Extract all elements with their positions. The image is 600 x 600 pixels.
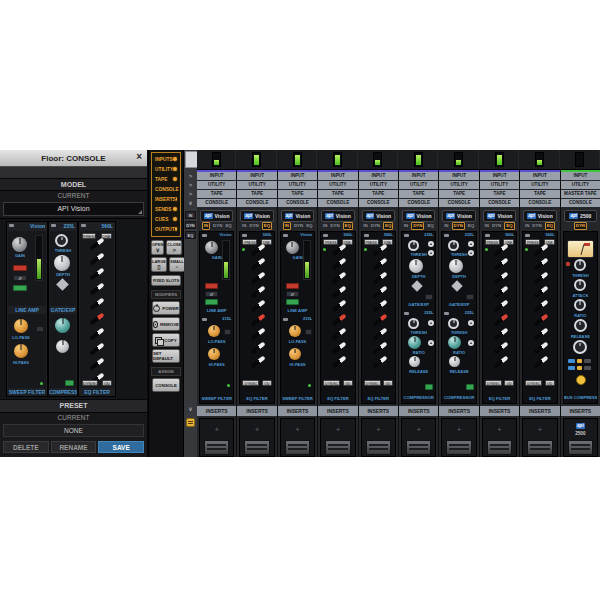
depth-knob[interactable] [54, 255, 70, 271]
eq-band-slider[interactable] [493, 355, 508, 368]
ratio-knob[interactable] [408, 336, 421, 349]
modifier-copy-button[interactable]: COPY [152, 333, 180, 347]
section-header-utility[interactable]: UTILITY [520, 181, 559, 189]
modifier-power-button[interactable]: POWER [152, 301, 180, 315]
toggle-dyn[interactable]: DYN [250, 223, 259, 229]
collapse-arrow-utility[interactable]: > [184, 181, 197, 190]
toggle-in[interactable]: IN [283, 222, 291, 230]
rail-slot-dyn[interactable]: DYN [185, 221, 196, 229]
eq-band-slider[interactable] [89, 297, 104, 310]
add-insert-button[interactable]: + [483, 426, 516, 433]
eq-band-slider[interactable] [534, 271, 549, 284]
inserts-header[interactable]: INSERTS [520, 406, 559, 416]
modifier-set-default-button[interactable]: SET DEFAULT [152, 349, 180, 363]
mix-knob[interactable] [573, 340, 587, 354]
attack-knob[interactable] [56, 340, 69, 353]
ratio-knob[interactable] [574, 299, 586, 311]
toggle-dyn[interactable]: DYN [371, 223, 380, 229]
insert-slot-inner[interactable]: + [482, 418, 517, 457]
toggle-in[interactable]: IN [202, 222, 210, 230]
insert-hardware-thumbnail[interactable] [527, 440, 552, 455]
toggle-eq[interactable]: EQ [262, 222, 272, 230]
add-insert-button[interactable]: + [402, 426, 435, 433]
section-header-utility[interactable]: UTILITY [197, 181, 236, 189]
comp-in-button[interactable] [466, 384, 474, 390]
section-header-utility[interactable]: UTILITY [278, 181, 317, 189]
inserts-header[interactable]: INSERTS [278, 406, 317, 416]
eq-press-button[interactable]: PRESS [82, 233, 96, 239]
eq-band-slider[interactable] [534, 285, 549, 298]
eq-band-slider[interactable] [493, 313, 508, 326]
attack-knob[interactable] [409, 356, 420, 367]
section-header-console[interactable]: CONSOLE [439, 199, 478, 207]
gain-knob[interactable] [12, 237, 27, 252]
insert-slot-inner[interactable]: + [361, 418, 396, 457]
eq-band-slider[interactable] [251, 341, 266, 354]
insert-hardware-thumbnail[interactable] [366, 440, 391, 455]
mini-knob[interactable] [428, 340, 434, 346]
fixed-slots-button[interactable]: FIXED SLOTS [151, 275, 181, 286]
insert-slot-inner[interactable]: + [441, 418, 476, 457]
device-button[interactable]: apiVision [321, 210, 354, 222]
thresh-knob[interactable] [574, 259, 586, 271]
eq-press-button[interactable]: PRESS [525, 239, 540, 245]
eq-band-slider[interactable] [493, 299, 508, 312]
ratio-knob[interactable] [55, 318, 70, 333]
section-header-tape[interactable]: TAPE [318, 190, 357, 198]
eq-dynsc-button[interactable]: DYN/SC [485, 380, 502, 386]
small-button[interactable]: SMALL▫ [169, 257, 185, 272]
eq-band-slider[interactable] [89, 267, 104, 280]
close-icon[interactable]: × [136, 151, 142, 162]
eq-band-slider[interactable] [534, 257, 549, 270]
eq-od-button[interactable]: OD [262, 380, 272, 386]
eq-band-slider[interactable] [534, 313, 549, 326]
eq-band-slider[interactable] [493, 257, 508, 270]
eq-dynsc-button[interactable]: DYN/SC [242, 380, 259, 386]
device-button[interactable]: apiVision [281, 210, 314, 222]
modifier-remove-button[interactable]: REMOVE [152, 317, 180, 331]
toggle-eq[interactable]: EQ [427, 223, 433, 229]
toggle-in[interactable]: IN [323, 223, 327, 229]
toggle-eq[interactable]: EQ [468, 223, 474, 229]
insert-hardware-thumbnail[interactable] [244, 440, 269, 455]
section-header-tape[interactable]: TAPE [359, 190, 398, 198]
insert-slot-inner[interactable]: + [401, 418, 436, 457]
toggle-in[interactable]: IN [404, 223, 408, 229]
section-header-console[interactable]: CONSOLE [278, 199, 317, 207]
rail-slot-in[interactable]: IN [185, 211, 196, 219]
eq-band-slider[interactable] [89, 327, 104, 340]
eq-band-slider[interactable] [534, 341, 549, 354]
add-insert-button[interactable]: + [200, 426, 233, 433]
eq-od-button[interactable]: OD [504, 380, 514, 386]
mini-knob[interactable] [468, 320, 474, 326]
insert-slot-inner[interactable]: + [522, 418, 557, 457]
filter-mini-button[interactable] [224, 329, 231, 335]
device-button[interactable]: apiVision [362, 210, 395, 222]
device-button[interactable]: apiVision [523, 210, 556, 222]
collapse-arrow-tape[interactable]: > [184, 190, 197, 199]
hi-pass-knob[interactable] [208, 348, 220, 360]
section-header-input[interactable]: INPUT [520, 172, 559, 180]
eq-band-slider[interactable] [251, 299, 266, 312]
lo-pass-knob[interactable] [14, 319, 28, 333]
section-header-console[interactable]: CONSOLE [237, 199, 276, 207]
eq-band-slider[interactable] [372, 327, 387, 340]
eq-band-slider[interactable] [493, 341, 508, 354]
depth-knob[interactable] [409, 259, 423, 273]
phase-button[interactable]: Ø [286, 291, 299, 297]
release-knob[interactable] [452, 280, 463, 291]
pad-button[interactable] [13, 285, 27, 291]
inserts-header[interactable]: INSERTS [237, 406, 276, 416]
attack-knob[interactable] [574, 279, 586, 291]
inserts-header[interactable]: INSERTS [399, 406, 438, 416]
section-header-utility[interactable]: UTILITY [399, 181, 438, 189]
eq-band-slider[interactable] [534, 355, 549, 368]
section-header-input[interactable]: INPUT [237, 172, 276, 180]
section-header-utility[interactable]: UTILITY [480, 181, 519, 189]
rail-slot-eq[interactable]: EQ [185, 231, 196, 239]
lo-pass-knob[interactable] [208, 325, 220, 337]
insert-hardware-thumbnail[interactable] [285, 440, 310, 455]
section-header-utility[interactable]: UTILITY [359, 181, 398, 189]
section-header-utility[interactable]: UTILITY [439, 181, 478, 189]
eq-band-slider[interactable] [372, 257, 387, 270]
